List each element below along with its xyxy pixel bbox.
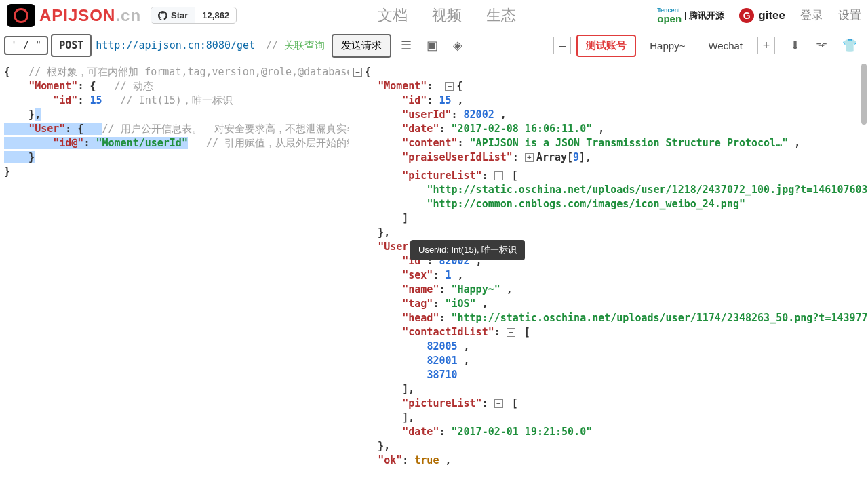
scrollbar[interactable]: [861, 64, 867, 125]
list-icon[interactable]: ☰: [401, 38, 412, 53]
logo-icon: [7, 4, 35, 27]
save-icon[interactable]: ▣: [427, 38, 438, 53]
tab-wechat[interactable]: Wechat: [700, 37, 751, 55]
main-split: { // 根对象，可在内部加 format,tag,version,@role,…: [0, 60, 868, 488]
nav-right: Tencent open | 腾讯开源 G gitee 登录 设置: [657, 7, 861, 24]
nav-eco[interactable]: 生态: [486, 5, 516, 26]
quote-toggle-button[interactable]: ' / ": [4, 36, 48, 55]
request-toolbar: ' / " POST http://apijson.cn:8080/get //…: [0, 31, 868, 60]
tencent-open-logo[interactable]: Tencent open | 腾讯开源: [657, 7, 724, 24]
url-input[interactable]: http://apijson.cn:8080/get: [94, 39, 256, 52]
request-editor[interactable]: { // 根对象，可在内部加 format,tag,version,@role,…: [0, 60, 349, 488]
share-icon[interactable]: ⫘: [815, 38, 827, 53]
collapse-icon[interactable]: −: [507, 328, 515, 337]
collapse-icon[interactable]: −: [494, 399, 503, 408]
collapse-icon[interactable]: −: [445, 82, 454, 91]
settings-link[interactable]: 设置: [838, 7, 861, 23]
tab-test-account[interactable]: 测试账号: [578, 36, 635, 56]
github-icon: [158, 11, 167, 20]
logo-text: APIJSON.cn: [39, 6, 141, 25]
account-tabs: – 测试账号 Happy~ Wechat +: [553, 36, 775, 56]
nav-video[interactable]: 视频: [432, 5, 462, 26]
collapse-icon[interactable]: −: [494, 171, 503, 180]
login-link[interactable]: 登录: [800, 7, 823, 23]
collapse-icon[interactable]: −: [353, 68, 362, 77]
tab-add-button[interactable]: +: [757, 37, 775, 54]
hover-tooltip: User/id: Int(15), 唯一标识: [410, 240, 525, 260]
nav-docs[interactable]: 文档: [378, 5, 408, 26]
download-icon[interactable]: ⬇: [790, 38, 800, 53]
http-method-select[interactable]: POST: [51, 34, 92, 57]
github-star-label: Star: [171, 10, 188, 20]
response-viewer[interactable]: −{ "Moment": −{ "id": 15 , "userId": 820…: [349, 60, 868, 488]
layers-icon[interactable]: ◈: [453, 38, 462, 53]
url-hint: // 关联查询: [266, 39, 325, 52]
nav-center: 文档 视频 生态: [378, 5, 516, 26]
theme-icon[interactable]: 👕: [842, 38, 857, 53]
tab-remove-button[interactable]: –: [553, 37, 571, 54]
gitee-icon: G: [739, 8, 754, 23]
github-star-button[interactable]: Star: [151, 7, 195, 23]
tab-happy[interactable]: Happy~: [642, 37, 693, 55]
gitee-link[interactable]: G gitee: [739, 8, 785, 23]
send-request-button[interactable]: 发送请求: [332, 34, 391, 58]
top-bar: APIJSON.cn Star 12,862 文档 视频 生态 Tencent …: [0, 0, 868, 31]
github-star-count: 12,862: [195, 7, 236, 23]
expand-icon[interactable]: +: [525, 153, 534, 162]
github-star-pill[interactable]: Star 12,862: [151, 7, 237, 24]
logo[interactable]: APIJSON.cn: [7, 4, 141, 27]
